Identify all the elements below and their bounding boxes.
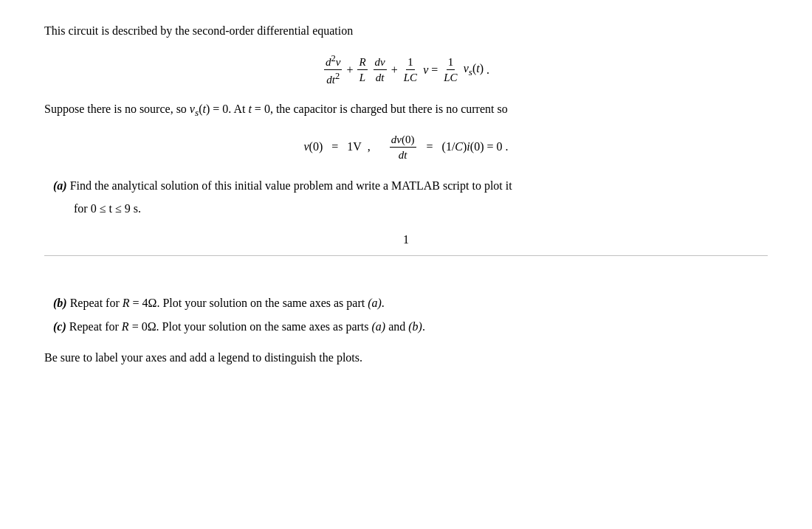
part-b-text: (b) Repeat for R = 4Ω. Plot your solutio… [44, 293, 768, 314]
fraction-R-L: R L [357, 55, 367, 84]
suppose-text: Suppose there is no source, so vs(t) = 0… [44, 100, 768, 121]
numerator-1-rhs: 1 [447, 55, 455, 70]
section-divider [44, 255, 768, 256]
equals-vc2: = [424, 140, 436, 153]
numerator-R: R [357, 55, 367, 70]
intro-label: This circuit is described by the second-… [44, 24, 353, 37]
plus-sign-1: + [346, 63, 353, 77]
part-a-indent: for 0 ≤ t ≤ 9 s. [74, 199, 768, 218]
part-c-text: (c) Repeat for R = 0Ω. Plot your solutio… [44, 317, 768, 338]
v-variable: v [423, 63, 428, 77]
equation-row: d2v dt2 + R L dv dt + 1 LC [44, 53, 768, 86]
part-b-label: (b) [53, 297, 67, 309]
denominator-LC: LC [402, 70, 419, 84]
denominator-LC-rhs: LC [442, 70, 458, 84]
be-sure-content: Be sure to label your axes and add a leg… [44, 351, 362, 364]
numerator-d2v: d2v [324, 53, 342, 70]
denominator-dt2: dt2 [325, 70, 341, 86]
part-c-content: Repeat for R = 0Ω. Plot your solution on… [66, 320, 425, 333]
one-V: 1V [347, 140, 362, 153]
page-number: 1 [44, 233, 768, 246]
top-section: This circuit is described by the second-… [44, 22, 768, 256]
numerator-1: 1 [406, 55, 415, 70]
part-a-label: (a) [53, 179, 67, 192]
v0-term: v(0) [304, 140, 323, 153]
denominator-dt: dt [374, 70, 386, 84]
lower-section: (b) Repeat for R = 4Ω. Plot your solutio… [44, 293, 768, 367]
main-equation: d2v dt2 + R L dv dt + 1 LC [44, 53, 768, 86]
fraction-1-LC: 1 LC [402, 55, 419, 84]
part-a-content: Find the analytical solution of this ini… [67, 179, 512, 192]
fraction-dv0-dt: dv(0) dt [390, 133, 416, 162]
page-number-value: 1 [403, 233, 409, 246]
plus-sign-2: + [391, 63, 398, 77]
numerator-dv: dv [374, 55, 387, 70]
intro-text: This circuit is described by the second-… [44, 22, 768, 40]
numerator-dv0: dv(0) [390, 133, 416, 148]
fraction-1-LC-rhs: 1 LC [442, 55, 458, 84]
comma: , [368, 140, 371, 153]
vc-equation: v(0) = 1V , dv(0) dt = (1/C)i(0) = 0 . [44, 133, 768, 162]
denominator-dt-vc: dt [397, 148, 409, 162]
be-sure-text: Be sure to label your axes and add a leg… [44, 348, 768, 367]
page: This circuit is described by the second-… [0, 0, 812, 529]
rhs-vc: (1/C)i(0) = 0 . [442, 140, 509, 153]
equals-vc: = [328, 140, 341, 153]
part-c-label: (c) [53, 320, 66, 333]
part-b-content: Repeat for R = 4Ω. Plot your solution on… [67, 297, 385, 309]
denominator-L: L [358, 70, 367, 84]
equals-sign: = [431, 63, 438, 77]
vs-t-term: vs(t) [464, 61, 484, 78]
fraction-d2v: d2v dt2 [324, 53, 342, 86]
part-a-range: for 0 ≤ t ≤ 9 s. [74, 202, 141, 215]
part-a-text: (a) Find the analytical solution of this… [44, 176, 768, 196]
fraction-dv-dt: dv dt [374, 55, 387, 84]
period-1: . [486, 63, 489, 77]
